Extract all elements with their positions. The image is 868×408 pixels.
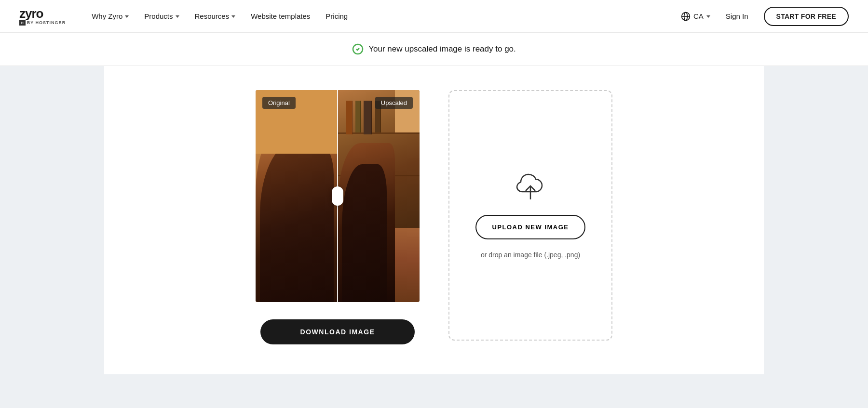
logo[interactable]: zyro H BY HOSTINGER (19, 7, 66, 26)
chevron-down-icon (176, 15, 179, 18)
upload-panel[interactable]: UPLOAD NEW IMAGE or drop an image file (… (448, 90, 612, 341)
original-label: Original (262, 97, 296, 109)
chevron-down-icon (231, 15, 235, 18)
book-2 (355, 101, 360, 132)
hostinger-icon: H (19, 20, 26, 26)
upscaled-half (338, 90, 420, 302)
chevron-down-icon (706, 15, 710, 18)
navbar: zyro H BY HOSTINGER Why Zyro Products Re… (0, 0, 868, 33)
compare-slider-handle[interactable] (332, 186, 343, 206)
download-image-button[interactable]: DOWNLOAD IMAGE (260, 319, 415, 344)
upload-icon-wrap (515, 172, 546, 203)
image-comparison[interactable]: Original Upscaled (256, 90, 420, 302)
book-1 (346, 101, 353, 134)
content-card: Original Upscaled DOWNLOAD IMAGE UPLOAD … (104, 66, 764, 374)
hair-left (260, 143, 334, 302)
book-3 (364, 101, 372, 134)
nav-links: Why Zyro Products Resources Website temp… (85, 8, 681, 24)
signin-button[interactable]: Sign In (720, 8, 754, 24)
navbar-right: CA Sign In START FOR FREE (681, 7, 849, 26)
nav-item-why-zyro[interactable]: Why Zyro (85, 8, 136, 24)
upload-new-image-button[interactable]: UPLOAD NEW IMAGE (475, 215, 585, 239)
upload-cloud-icon (515, 172, 546, 203)
success-banner: Your new upscaled image is ready to go. (0, 33, 868, 66)
hair-right (342, 164, 387, 302)
success-message: Your new upscaled image is ready to go. (368, 44, 516, 54)
image-compare-container: Original Upscaled DOWNLOAD IMAGE (256, 90, 420, 344)
check-circle-icon (352, 43, 364, 55)
page-wrapper: Original Upscaled DOWNLOAD IMAGE UPLOAD … (0, 66, 868, 408)
logo-text: zyro (19, 7, 66, 20)
nav-item-website-templates[interactable]: Website templates (244, 8, 317, 24)
chevron-down-icon (125, 15, 129, 18)
start-for-free-button[interactable]: START FOR FREE (764, 7, 849, 26)
nav-item-products[interactable]: Products (137, 8, 186, 24)
upscaled-label: Upscaled (375, 97, 413, 109)
original-half (256, 90, 338, 302)
logo-subtitle: H BY HOSTINGER (19, 20, 66, 26)
globe-icon (681, 12, 691, 21)
drop-instructions: or drop an image file (.jpeg, .png) (481, 251, 580, 259)
nav-item-pricing[interactable]: Pricing (319, 8, 354, 24)
nav-item-resources[interactable]: Resources (188, 8, 243, 24)
locale-selector[interactable]: CA (681, 12, 710, 21)
